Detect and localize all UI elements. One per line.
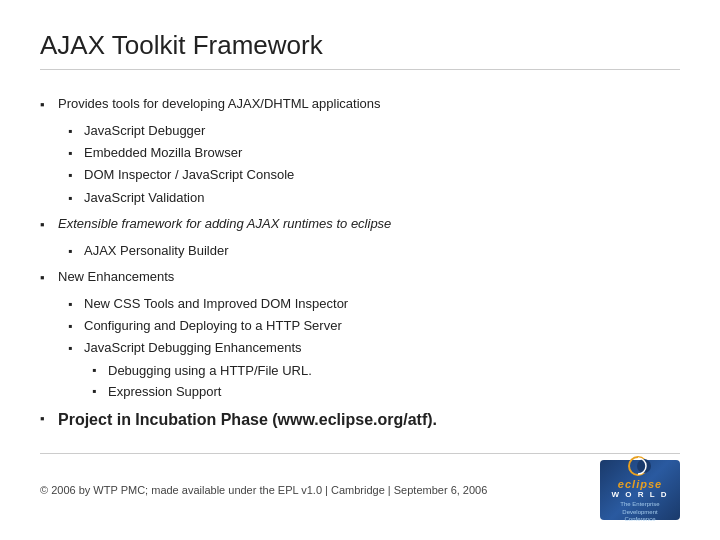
eclipse-circles-icon xyxy=(626,456,654,476)
http-url-text: Debugging using a HTTP/File URL. xyxy=(108,361,312,381)
bullet-marker-l3-2: ▪ xyxy=(92,382,104,401)
bullet-marker-l2-2: ▪ xyxy=(68,144,80,163)
js-debugging-text: JavaScript Debugging Enhancements xyxy=(84,338,680,358)
list-item-dom-inspector: ▪ DOM Inspector / JavaScript Console xyxy=(68,165,680,185)
bullet-marker-2: ▪ xyxy=(40,215,54,235)
mozilla-text: Embedded Mozilla Browser xyxy=(84,143,680,163)
list-item-js-validation: ▪ JavaScript Validation xyxy=(68,188,680,208)
section-new-enhancements: ▪ New Enhancements xyxy=(40,267,680,288)
list-item-js-debugger: ▪ JavaScript Debugger xyxy=(68,121,680,141)
js-debugger-text: JavaScript Debugger xyxy=(84,121,680,141)
bullet-marker-l2-4: ▪ xyxy=(68,189,80,208)
logo-world-text: W O R L D xyxy=(612,490,669,499)
eclipse-logo: eclipse W O R L D The EnterpriseDevelopm… xyxy=(600,460,680,520)
list-item-css-tools: ▪ New CSS Tools and Improved DOM Inspect… xyxy=(68,294,680,314)
bullet-marker-l2-5: ▪ xyxy=(68,242,80,261)
bullet-marker-3: ▪ xyxy=(40,268,54,288)
css-tools-text: New CSS Tools and Improved DOM Inspector xyxy=(84,294,680,314)
logo-graphic xyxy=(626,456,654,476)
bullet-marker-1: ▪ xyxy=(40,95,54,115)
extensible-text: Extensible framework for adding AJAX run… xyxy=(58,214,680,234)
list-item-http-url: ▪ Debugging using a HTTP/File URL. xyxy=(92,361,680,381)
bullet-marker-4: ▪ xyxy=(40,409,54,429)
dom-inspector-text: DOM Inspector / JavaScript Console xyxy=(84,165,680,185)
js-validation-text: JavaScript Validation xyxy=(84,188,680,208)
bullet-marker-l3-1: ▪ xyxy=(92,361,104,380)
incubation-text: Project in Incubation Phase (www.eclipse… xyxy=(58,408,680,433)
slide-footer: © 2006 by WTP PMC; made available under … xyxy=(40,453,680,520)
bullet-marker-l2-6: ▪ xyxy=(68,295,80,314)
expression-support-text: Expression Support xyxy=(108,382,221,402)
list-item-personality-builder: ▪ AJAX Personality Builder xyxy=(68,241,680,261)
personality-builder-text: AJAX Personality Builder xyxy=(84,241,680,261)
list-item-mozilla: ▪ Embedded Mozilla Browser xyxy=(68,143,680,163)
slide-content: ▪ Provides tools for developing AJAX/DHT… xyxy=(40,88,680,453)
list-item-http-server: ▪ Configuring and Deploying to a HTTP Se… xyxy=(68,316,680,336)
http-server-text: Configuring and Deploying to a HTTP Serv… xyxy=(84,316,680,336)
bullet-marker-l2-3: ▪ xyxy=(68,166,80,185)
logo-subtitle: The EnterpriseDevelopmentConference xyxy=(620,501,659,524)
section-extensible: ▪ Extensible framework for adding AJAX r… xyxy=(40,214,680,235)
provides-tools-text: Provides tools for developing AJAX/DHTML… xyxy=(58,94,680,114)
slide-title: AJAX Toolkit Framework xyxy=(40,30,680,70)
bullet-marker-l2-8: ▪ xyxy=(68,339,80,358)
section-provides-tools: ▪ Provides tools for developing AJAX/DHT… xyxy=(40,94,680,115)
logo-eclipse-text: eclipse xyxy=(618,478,662,490)
list-item-js-debugging: ▪ JavaScript Debugging Enhancements xyxy=(68,338,680,358)
section-incubation: ▪ Project in Incubation Phase (www.eclip… xyxy=(40,408,680,433)
list-item-expression-support: ▪ Expression Support xyxy=(92,382,680,402)
bullet-marker-l2-7: ▪ xyxy=(68,317,80,336)
footer-copyright: © 2006 by WTP PMC; made available under … xyxy=(40,484,600,496)
bullet-marker-l2-1: ▪ xyxy=(68,122,80,141)
slide: AJAX Toolkit Framework ▪ Provides tools … xyxy=(0,0,720,540)
new-enhancements-text: New Enhancements xyxy=(58,267,680,287)
